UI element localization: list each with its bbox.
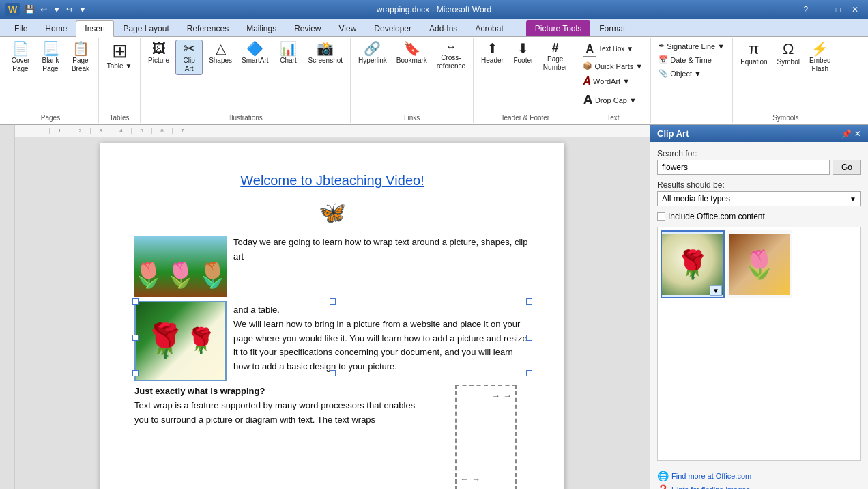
embed-flash-button[interactable]: ⚡ EmbedFlash xyxy=(806,40,835,75)
page-number-button[interactable]: # PageNumber xyxy=(540,40,571,74)
tab-picture-tools[interactable]: Picture Tools xyxy=(526,20,590,36)
tab-references[interactable]: References xyxy=(178,20,237,36)
result-dropdown-btn[interactable]: ▼ xyxy=(710,285,722,296)
dashed-placeholder: → → ← → xyxy=(455,385,517,489)
word-art-button[interactable]: A WordArt ▼ xyxy=(579,73,633,89)
minimize-button[interactable]: ─ xyxy=(815,3,829,16)
shapes-label: Shapes xyxy=(209,57,232,65)
tab-view[interactable]: View xyxy=(330,20,366,36)
window-controls: ? ─ □ ✕ xyxy=(800,3,863,16)
redo-button[interactable]: ↪ xyxy=(64,3,75,16)
quick-parts-button[interactable]: 📦 Quick Parts ▼ xyxy=(579,59,646,72)
cover-page-icon: 📄 xyxy=(12,42,29,55)
hints-icon: ❓ xyxy=(657,484,669,489)
blank-page-button[interactable]: 📃 BlankPage xyxy=(37,40,64,75)
clip-art-pin-button[interactable]: 📌 xyxy=(841,129,852,139)
doc-viewport[interactable]: Welcome to Jbteaching Video! 🦋 🌷 🌷 🌷 xyxy=(15,137,650,489)
close-button[interactable]: ✕ xyxy=(848,3,863,16)
equation-label: Equation xyxy=(740,58,767,66)
picture-icon: 🖼 xyxy=(152,42,166,55)
cover-page-button[interactable]: 📄 CoverPage xyxy=(7,40,34,75)
go-button[interactable]: Go xyxy=(833,160,861,175)
shapes-button[interactable]: △ Shapes xyxy=(205,40,235,67)
tab-insert[interactable]: Insert xyxy=(76,20,114,37)
clip-art-close-button[interactable]: ✕ xyxy=(854,129,861,139)
ribbon-group-pages: 📄 CoverPage 📃 BlankPage 📋 PageBreak Page… xyxy=(3,38,99,123)
page-break-button[interactable]: 📋 PageBreak xyxy=(67,40,94,75)
symbol-button[interactable]: Ω Symbol xyxy=(774,40,803,68)
quick-parts-label: Quick Parts ▼ xyxy=(594,62,643,70)
table-button[interactable]: ⊞ Table ▼ xyxy=(103,40,136,72)
cross-reference-label: Cross-reference xyxy=(437,54,465,70)
save-button[interactable]: 💾 xyxy=(23,3,37,16)
signature-line-button[interactable]: ✒ Signature Line ▼ xyxy=(655,40,728,53)
document-page[interactable]: Welcome to Jbteaching Video! 🦋 🌷 🌷 🌷 xyxy=(100,143,564,489)
customize-quick-access[interactable]: ▼ xyxy=(76,3,89,16)
tab-home[interactable]: Home xyxy=(36,20,76,36)
drop-cap-button[interactable]: A Drop Cap ▼ xyxy=(579,90,639,110)
handle-tm xyxy=(330,298,336,305)
quick-parts-icon: 📦 xyxy=(583,61,592,70)
smart-art-button[interactable]: 🔷 SmartArt xyxy=(238,40,272,67)
chart-button[interactable]: 📊 Chart xyxy=(275,40,302,67)
bookmark-label: Bookmark xyxy=(396,57,427,65)
text-box-button[interactable]: A Text Box ▼ xyxy=(579,40,637,59)
equation-button[interactable]: π Equation xyxy=(737,40,770,68)
clip-art-result-tulip[interactable]: 🌷 xyxy=(727,230,792,298)
word-art-label: WordArt ▼ xyxy=(593,77,630,85)
tab-add-ins[interactable]: Add-Ins xyxy=(420,20,466,36)
header-footer-group-content: ⬆ Header ⬇ Footer # PageNumber xyxy=(478,40,570,113)
tulip-image-result: 🌷 xyxy=(729,234,790,295)
tab-format[interactable]: Format xyxy=(590,20,634,36)
results-dropdown[interactable]: All media file types ▼ xyxy=(657,191,861,206)
maximize-button[interactable]: □ xyxy=(832,3,845,16)
clip-art-button[interactable]: ✂ ClipArt xyxy=(175,40,203,75)
clip-art-result-rose[interactable]: 🌹 ▼ xyxy=(661,230,725,298)
undo-button[interactable]: ↩ xyxy=(38,3,49,16)
embed-flash-label: EmbedFlash xyxy=(809,57,831,73)
screenshot-label: Screenshot xyxy=(308,57,343,65)
footer-icon: ⬇ xyxy=(517,42,529,55)
bookmark-icon: 🔖 xyxy=(403,42,420,55)
drop-cap-label: Drop Cap ▼ xyxy=(595,96,637,104)
cross-reference-button[interactable]: ↔ Cross-reference xyxy=(433,40,469,72)
doc-area: 1 2 3 4 5 6 7 Welcome to Jbteaching Vide… xyxy=(15,125,650,489)
search-input[interactable] xyxy=(657,160,830,175)
text-group-content: A Text Box ▼ 📦 Quick Parts ▼ A WordArt ▼… xyxy=(579,40,646,113)
handle-tl xyxy=(132,298,139,305)
header-button[interactable]: ⬆ Header xyxy=(478,40,507,67)
object-button[interactable]: 📎 Object ▼ xyxy=(655,67,705,80)
handle-bm xyxy=(330,370,336,376)
page-break-icon: 📋 xyxy=(72,42,89,55)
include-office-label: Include Office.com content xyxy=(668,212,765,221)
ribbon: 📄 CoverPage 📃 BlankPage 📋 PageBreak Page… xyxy=(0,37,868,125)
hyperlink-button[interactable]: 🔗 Hyperlink xyxy=(355,40,390,67)
help-button[interactable]: ? xyxy=(800,3,813,16)
ruler-mark-4: 4 xyxy=(111,128,131,134)
tab-review[interactable]: Review xyxy=(285,20,330,36)
find-more-link[interactable]: 🌐 Find more at Office.com xyxy=(657,471,861,481)
handle-bl xyxy=(132,370,139,376)
picture-button[interactable]: 🖼 Picture xyxy=(145,40,173,67)
include-office-checkbox[interactable] xyxy=(657,212,665,221)
tab-mailings[interactable]: Mailings xyxy=(237,20,285,36)
tab-acrobat[interactable]: Acrobat xyxy=(466,20,512,36)
word-icon: W xyxy=(5,3,20,16)
date-time-button[interactable]: 📅 Date & Time xyxy=(655,53,715,66)
screenshot-button[interactable]: 📸 Screenshot xyxy=(305,40,347,67)
tab-page-layout[interactable]: Page Layout xyxy=(114,20,177,36)
ribbon-group-text: A Text Box ▼ 📦 Quick Parts ▼ A WordArt ▼… xyxy=(575,38,651,123)
tab-developer[interactable]: Developer xyxy=(365,20,420,36)
bookmark-button[interactable]: 🔖 Bookmark xyxy=(393,40,431,67)
signature-line-icon: ✒ xyxy=(659,42,665,51)
clip-art-results[interactable]: 🌹 ▼ 🌷 xyxy=(657,227,861,461)
undo-dropdown[interactable]: ▼ xyxy=(50,3,63,16)
footer-label: Footer xyxy=(513,57,533,65)
tab-file[interactable]: File xyxy=(5,20,36,36)
chart-label: Chart xyxy=(280,57,296,65)
ribbon-group-symbols: ✒ Signature Line ▼ 📅 Date & Time 📎 Objec… xyxy=(651,38,733,123)
hints-link[interactable]: ❓ Hints for finding images xyxy=(657,484,861,489)
clip-art-label: ClipArt xyxy=(184,57,195,73)
header-icon: ⬆ xyxy=(487,42,498,55)
footer-button[interactable]: ⬇ Footer xyxy=(510,40,537,67)
